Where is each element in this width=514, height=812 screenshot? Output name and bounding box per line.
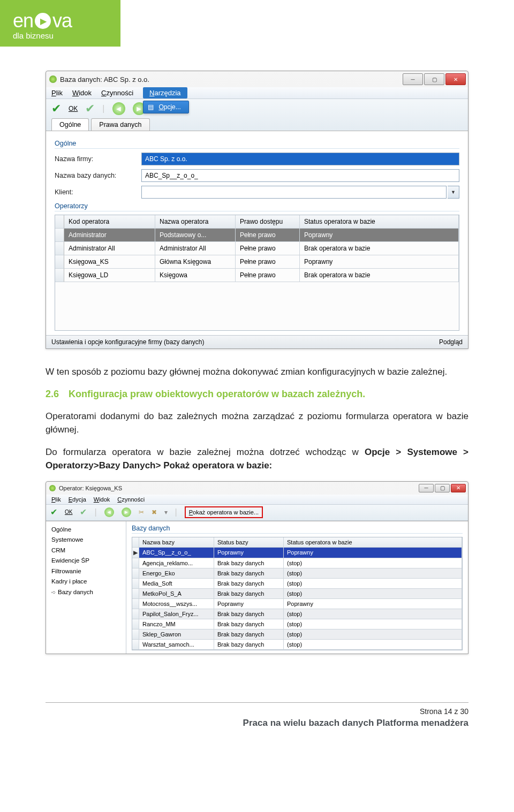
maximize-button[interactable]: ▢ <box>435 484 450 492</box>
tool-icon[interactable]: ✂ <box>139 509 144 516</box>
nav-forward-button[interactable]: ► <box>122 507 131 517</box>
input-nazwa-bazy[interactable] <box>141 169 459 182</box>
titlebar[interactable]: Operator: Księgowa_KS ─ ▢ ✕ <box>46 482 468 495</box>
row-marker-icon <box>132 640 139 650</box>
brand-prefix: en <box>13 10 33 32</box>
tree-systemowe[interactable]: Systemowe <box>51 535 120 545</box>
table-row[interactable]: ▶ABC_Sp__z_o_o_PoprawnyPoprawny <box>132 548 462 558</box>
tree-ogolne[interactable]: Ogólne <box>51 525 120 535</box>
play-icon: ▶ <box>35 13 51 29</box>
table-row[interactable]: Energo_EkoBrak bazy danych(stop) <box>132 568 462 579</box>
titlebar[interactable]: Baza danych: ABC Sp. z o.o. ─ ▢ ✕ <box>46 71 468 87</box>
table-row[interactable]: Ranczo_MMBrak bazy danych(stop) <box>132 619 462 629</box>
chevron-down-icon[interactable]: ▼ <box>448 186 459 199</box>
window-operator: Operator: Księgowa_KS ─ ▢ ✕ Plik Edycja … <box>46 481 468 654</box>
tree-filtrowanie[interactable]: Filtrowanie <box>51 566 120 577</box>
ok-button[interactable]: OK <box>69 105 78 112</box>
col-nazwa[interactable]: Nazwa operatora <box>155 215 236 229</box>
menu-plik[interactable]: Plik <box>51 89 63 97</box>
page-footer: Strona 14 z 30 Praca na wielu bazach dan… <box>0 686 514 739</box>
tools-icon: ▤ <box>148 103 154 111</box>
table-row[interactable]: Administrator Podstawowy o... Pełne praw… <box>55 229 459 242</box>
menu-plik[interactable]: Plik <box>51 496 61 503</box>
row-marker-icon <box>132 629 139 640</box>
menu-widok[interactable]: Widok <box>72 89 92 97</box>
check-icon[interactable]: ✔ <box>80 507 87 517</box>
action-show-operator[interactable]: Pokaż operatora w bazie... <box>185 506 263 518</box>
menu-edycja[interactable]: Edycja <box>69 496 86 503</box>
table-row[interactable]: Administrator All Administrator All Pełn… <box>55 242 459 255</box>
ok-check-icon[interactable]: ✔ <box>51 102 61 116</box>
table-row[interactable]: Motocross__wszys...PoprawnyPoprawny <box>132 599 462 609</box>
input-nazwa-firmy[interactable] <box>141 153 459 165</box>
nav-back-button[interactable]: ◄ <box>112 102 125 115</box>
col-nazwa-bazy[interactable]: Nazwa bazy <box>139 537 214 548</box>
window-title: Baza danych: ABC Sp. z o.o. <box>60 75 149 84</box>
label-nazwa-firmy: Nazwa firmy: <box>55 155 140 163</box>
label-nazwa-bazy: Nazwa bazy danych: <box>55 172 140 179</box>
table-row[interactable]: Papilot_Salon_Fryz...Brak bazy danych(st… <box>132 609 462 619</box>
ok-check-icon[interactable]: ✔ <box>50 507 57 517</box>
group-bazy-danych: Bazy danych <box>132 525 463 534</box>
table-row[interactable]: Agencja_reklamo...Brak bazy danych(stop) <box>132 558 462 568</box>
paragraph: W ten sposób z poziomu bazy głównej możn… <box>46 365 468 379</box>
nav-back-button[interactable]: ◄ <box>104 507 114 517</box>
window-title: Operator: Księgowa_KS <box>59 485 122 491</box>
col-kod[interactable]: Kod operatora <box>64 215 155 229</box>
table-row[interactable]: Księgowa_LD Księgowa Pełne prawo Brak op… <box>55 269 459 282</box>
tab-prawa-danych[interactable]: Prawa danych <box>91 118 149 131</box>
paragraph: Operatorami dodanymi do baz zależnych mo… <box>46 409 468 437</box>
table-row[interactable]: Sklep_GawronBrak bazy danych(stop) <box>132 629 462 640</box>
table-row[interactable]: Media_SoftBrak bazy danych(stop) <box>132 579 462 589</box>
brand-banner: en ▶ va dla biznesu <box>0 0 120 47</box>
close-button[interactable]: ✕ <box>445 73 466 85</box>
window-database: Baza danych: ABC Sp. z o.o. ─ ▢ ✕ Plik W… <box>46 71 468 349</box>
footer-title: Praca na wielu bazach danych Platforma m… <box>46 718 468 728</box>
col-status-operatora[interactable]: Status operatora w bazie <box>284 537 462 548</box>
col-prawo[interactable]: Prawo dostępu <box>236 215 300 229</box>
brand-suffix: va <box>52 10 72 32</box>
tree-kadry[interactable]: Kadry i płace <box>51 576 120 587</box>
tool-icon[interactable]: ▾ <box>164 509 168 516</box>
row-marker-icon <box>132 579 139 589</box>
row-marker-icon <box>132 558 139 568</box>
menubar: Plik Edycja Widok Czynności <box>46 495 468 505</box>
minimize-button[interactable]: ─ <box>403 73 423 85</box>
tree-crm[interactable]: CRM <box>51 545 120 556</box>
tab-ogolne[interactable]: Ogólne <box>51 118 89 131</box>
nav-tree: Ogólne Systemowe CRM Ewidencje ŚP Filtro… <box>46 521 126 654</box>
menu-widok[interactable]: Widok <box>94 496 110 503</box>
menu-opcje[interactable]: ▤ Opcje... <box>143 101 189 113</box>
row-marker-icon: ▶ <box>132 548 139 558</box>
row-marker-icon <box>132 568 139 579</box>
row-marker-icon <box>132 589 139 599</box>
tree-ewidencje[interactable]: Ewidencje ŚP <box>51 556 120 566</box>
tool-icon[interactable]: ✖ <box>152 509 157 516</box>
toolbar: ✔ OK ✔ | ◄ ► ✂ ✖ ▾ | Pokaż operatora w b… <box>46 505 468 521</box>
table-row[interactable]: MetkoPol_S_ABrak bazy danych(stop) <box>132 589 462 599</box>
menu-narzedzia[interactable]: Narzędzia <box>143 87 187 98</box>
app-icon <box>49 485 56 491</box>
status-text: Ustawienia i opcje konfiguracyjne firmy … <box>51 338 204 346</box>
table-row[interactable]: Warsztat_samoch...Brak bazy danych(stop) <box>132 640 462 650</box>
col-status[interactable]: Status operatora w bazie <box>300 215 459 229</box>
group-ogolne: Ogólne <box>55 140 459 149</box>
brand-tagline: dla biznesu <box>13 31 108 40</box>
status-mode: Podgląd <box>439 338 463 346</box>
app-icon <box>49 75 57 83</box>
grid-bazy: Nazwa bazy Status bazy Status operatora … <box>132 537 463 650</box>
input-klient[interactable] <box>141 186 447 199</box>
close-button[interactable]: ✕ <box>451 484 466 492</box>
table-row[interactable]: Księgowa_KS Główna Księgowa Pełne prawo … <box>55 255 459 269</box>
minimize-button[interactable]: ─ <box>419 484 434 492</box>
menu-czynnosci[interactable]: Czynności <box>101 89 133 97</box>
page-number: Strona 14 z 30 <box>46 707 468 716</box>
tree-bazy-danych[interactable]: ➪Bazy danych <box>51 587 120 598</box>
label-klient: Klient: <box>55 188 140 196</box>
maximize-button[interactable]: ▢ <box>424 73 444 85</box>
group-operatorzy: Operatorzy <box>55 202 459 211</box>
menu-czynnosci[interactable]: Czynności <box>117 496 145 503</box>
col-status-bazy[interactable]: Status bazy <box>214 537 284 548</box>
ok-button[interactable]: OK <box>65 509 72 515</box>
check-icon[interactable]: ✔ <box>85 102 95 116</box>
